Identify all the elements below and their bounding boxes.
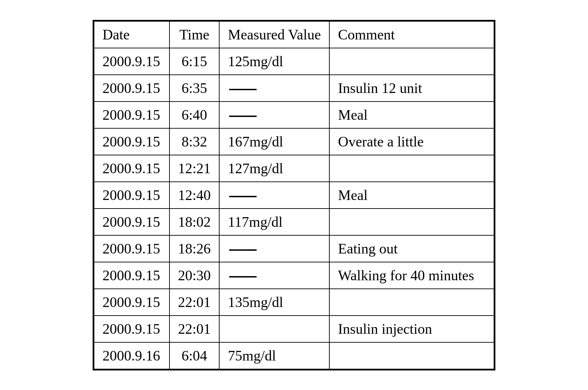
cell-time: 22:01 [169, 289, 220, 316]
cell-comment: Meal [329, 182, 494, 209]
cell-measured-value [219, 75, 329, 102]
cell-comment: Meal [329, 102, 494, 128]
cell-comment: Overate a little [329, 128, 494, 155]
header-comment: Comment [329, 21, 494, 48]
cell-time: 6:35 [169, 75, 220, 102]
table-row: 2000.9.1518:26Eating out [94, 235, 494, 262]
cell-time: 6:04 [169, 342, 220, 369]
dash-indicator [229, 196, 257, 197]
dash-indicator [229, 249, 257, 251]
cell-measured-value: 167mg/dl [219, 128, 329, 155]
cell-measured-value: 75mg/dl [219, 342, 329, 369]
cell-measured-value: 127mg/dl [219, 155, 329, 182]
dash-indicator [229, 89, 257, 90]
cell-time: 12:21 [169, 155, 220, 182]
cell-measured-value [219, 316, 329, 342]
cell-comment [329, 342, 494, 369]
header-measured-value: Measured Value [219, 21, 329, 48]
cell-date: 2000.9.15 [94, 209, 169, 235]
cell-comment [329, 209, 494, 235]
table-row: 2000.9.156:15125mg/dl [94, 48, 494, 75]
cell-date: 2000.9.15 [94, 289, 169, 316]
cell-measured-value: 125mg/dl [219, 48, 329, 75]
cell-time: 6:40 [169, 102, 220, 128]
table-header-row: Date Time Measured Value Comment [94, 21, 494, 48]
cell-date: 2000.9.15 [94, 48, 169, 75]
cell-comment [329, 48, 494, 75]
dash-indicator [229, 276, 257, 277]
cell-date: 2000.9.15 [94, 128, 169, 155]
table-row: 2000.9.1512:40Meal [94, 182, 494, 209]
cell-date: 2000.9.15 [94, 235, 169, 262]
cell-measured-value [219, 235, 329, 262]
header-date: Date [94, 21, 169, 48]
cell-measured-value [219, 182, 329, 209]
cell-measured-value [219, 102, 329, 128]
cell-measured-value [219, 262, 329, 289]
cell-time: 8:32 [169, 128, 220, 155]
cell-time: 18:02 [169, 209, 220, 235]
table-row: 2000.9.1512:21127mg/dl [94, 155, 494, 182]
cell-comment [329, 289, 494, 316]
table-row: 2000.9.158:32167mg/dlOverate a little [94, 128, 494, 155]
cell-date: 2000.9.15 [94, 102, 169, 128]
cell-date: 2000.9.16 [94, 342, 169, 369]
cell-date: 2000.9.15 [94, 262, 169, 289]
cell-comment [329, 155, 494, 182]
cell-date: 2000.9.15 [94, 316, 169, 342]
cell-time: 12:40 [169, 182, 220, 209]
cell-time: 18:26 [169, 235, 220, 262]
cell-measured-value: 135mg/dl [219, 289, 329, 316]
cell-measured-value: 117mg/dl [219, 209, 329, 235]
table-row: 2000.9.156:35Insulin 12 unit [94, 75, 494, 102]
cell-time: 22:01 [169, 316, 220, 342]
cell-time: 20:30 [169, 262, 220, 289]
cell-date: 2000.9.15 [94, 182, 169, 209]
main-table-container: Date Time Measured Value Comment 2000.9.… [93, 20, 496, 370]
table-row: 2000.9.1522:01135mg/dl [94, 289, 494, 316]
cell-date: 2000.9.15 [94, 155, 169, 182]
cell-comment: Eating out [329, 235, 494, 262]
table-row: 2000.9.156:40Meal [94, 102, 494, 128]
cell-comment: Walking for 40 minutes [329, 262, 494, 289]
cell-comment: Insulin 12 unit [329, 75, 494, 102]
cell-time: 6:15 [169, 48, 220, 75]
cell-comment: Insulin injection [329, 316, 494, 342]
dash-indicator [229, 116, 257, 117]
table-row: 2000.9.166:0475mg/dl [94, 342, 494, 369]
cell-date: 2000.9.15 [94, 75, 169, 102]
table-row: 2000.9.1520:30Walking for 40 minutes [94, 262, 494, 289]
header-time: Time [169, 21, 220, 48]
table-row: 2000.9.1518:02117mg/dl [94, 209, 494, 235]
table-row: 2000.9.1522:01Insulin injection [94, 316, 494, 342]
data-table: Date Time Measured Value Comment 2000.9.… [94, 21, 495, 369]
